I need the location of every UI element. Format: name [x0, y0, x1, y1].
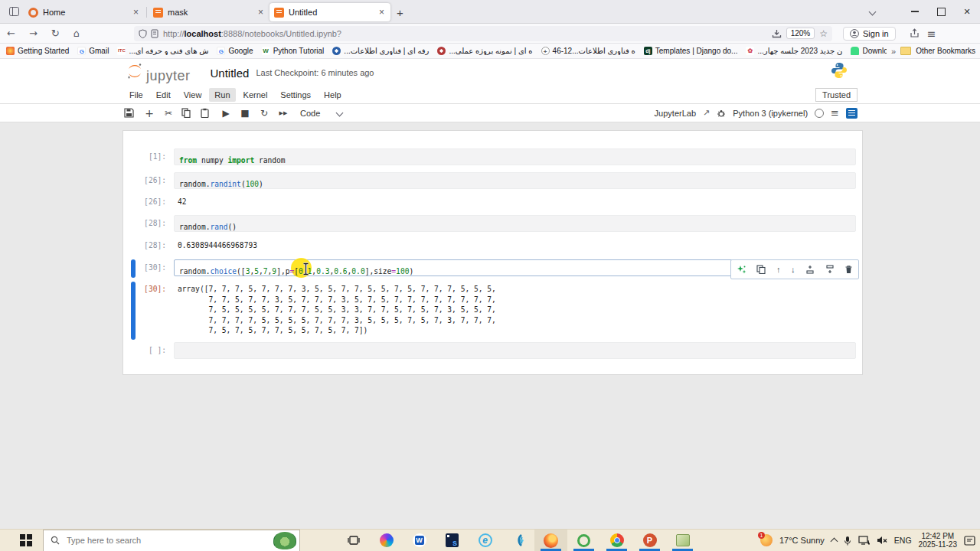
code-editor[interactable]: random.rand() [174, 215, 856, 232]
other-bookmarks-button[interactable]: Other Bookmarks [916, 47, 975, 55]
home-button[interactable]: ⌂ [67, 28, 87, 39]
input-prompt: [28]: [123, 215, 174, 232]
taskbar-icon-task-view[interactable] [337, 530, 370, 551]
taskbar-icon-powerpoint[interactable]: P [633, 530, 666, 551]
menu-run[interactable]: Run [209, 88, 235, 102]
search-input[interactable] [65, 535, 244, 546]
bookmark-item[interactable]: WPython Tutorial [262, 47, 325, 55]
bookmark-item[interactable]: ...ه ای | نمونه پروژه عملی [437, 47, 532, 55]
forward-button[interactable]: → [22, 28, 44, 39]
microphone-icon[interactable] [844, 536, 851, 546]
close-button[interactable]: ✕ [954, 0, 980, 23]
language-indicator[interactable]: ENG [894, 536, 912, 545]
address-bar[interactable]: http://localhost:8888/notebooks/Untitled… [134, 26, 832, 41]
taskbar-icon-shareit[interactable] [501, 530, 534, 551]
restart-kernel-button[interactable]: ↻ [258, 108, 270, 119]
move-cell-down-icon[interactable]: ↓ [791, 265, 795, 274]
taskbar-icon-notes[interactable] [666, 530, 699, 551]
notification-center-icon[interactable] [964, 536, 975, 546]
notebook-title[interactable]: Untitled [211, 67, 250, 80]
tab-close-icon[interactable]: × [377, 7, 386, 18]
bookmark-item[interactable]: Getting Started [6, 47, 69, 55]
restore-button[interactable] [928, 0, 954, 23]
code-editor[interactable]: from numpy import random [174, 148, 856, 165]
share-import-icon[interactable] [910, 28, 920, 38]
menu-settings[interactable]: Settings [275, 88, 316, 102]
bookmark-item[interactable]: ITC...ش های فنی و حرفه ای [117, 47, 208, 55]
sign-in-button[interactable]: Sign in [843, 27, 896, 41]
taskbar-icon-firefox[interactable] [534, 530, 567, 551]
trusted-button[interactable]: Trusted [815, 88, 858, 102]
bookmark-item[interactable]: Download Android St... [851, 47, 887, 55]
kernel-status-icon[interactable] [815, 109, 824, 118]
jupyterlab-link[interactable]: JupyterLab [655, 109, 696, 118]
kernel-name[interactable]: Python 3 (ipykernel) [733, 109, 808, 118]
run-cell-button[interactable]: ▶ [220, 108, 232, 119]
bookmark-item[interactable]: +46-12...ه فناوری اطلاعات [541, 47, 635, 55]
network-display-icon[interactable] [858, 536, 870, 545]
menu-kernel[interactable]: Kernel [238, 88, 273, 102]
menu-file[interactable]: File [124, 88, 149, 102]
bookmark-item[interactable]: GGmail [77, 47, 109, 55]
move-cell-up-icon[interactable]: ↑ [776, 265, 781, 274]
code-editor[interactable]: random.randint(100) [174, 172, 856, 189]
volume-muted-icon[interactable] [877, 536, 887, 545]
tab-close-icon[interactable]: × [132, 7, 140, 18]
cut-cells-button[interactable]: ✂ [162, 108, 175, 119]
reload-button[interactable]: ↻ [44, 28, 67, 39]
save-button[interactable] [124, 108, 136, 118]
weather-text[interactable]: 17°C Sunny [779, 536, 825, 545]
taskbar-icon-word[interactable]: W [403, 530, 436, 551]
notebook-panel-icon[interactable] [846, 108, 858, 119]
menu-edit[interactable]: Edit [151, 88, 176, 102]
paste-cells-button[interactable] [201, 108, 213, 118]
taskbar-search[interactable] [43, 530, 300, 551]
start-button[interactable] [20, 534, 32, 546]
insert-cell-below-icon[interactable] [825, 265, 835, 274]
restart-run-all-button[interactable]: ▶▶ [277, 110, 289, 116]
ai-sparkles-icon[interactable] [737, 265, 746, 274]
tab-mask[interactable]: mask × [149, 3, 270, 21]
bookmark-item[interactable]: ...رفه ای | فناوری اطلاعات [332, 47, 429, 55]
debugger-bug-icon[interactable] [717, 109, 726, 118]
taskbar-icon-internet-explorer[interactable]: e [469, 530, 501, 551]
back-button[interactable]: ← [0, 28, 22, 39]
copy-cells-button[interactable] [181, 108, 194, 118]
menu-view[interactable]: View [178, 88, 207, 102]
jupyter-header: jupyter Untitled Last Checkpoint: 6 minu… [0, 59, 980, 86]
bookmark-item[interactable]: ✿...ن جدید 2023 جلسه چهار [746, 47, 842, 55]
view-menu-icon[interactable]: ≡ [831, 107, 839, 119]
delete-cell-icon[interactable] [844, 265, 853, 274]
tab-home[interactable]: Home × [24, 3, 145, 21]
insert-cell-button[interactable]: + [143, 107, 155, 119]
taskbar-icon-copilot[interactable] [370, 530, 403, 551]
taskbar-icon-chrome[interactable] [600, 530, 633, 551]
menu-hamburger-icon[interactable]: ≡ [920, 28, 944, 40]
minimize-button[interactable] [902, 0, 928, 23]
taskbar-icon-camtasia[interactable] [567, 530, 600, 551]
bookmark-item[interactable]: GGoogle [217, 47, 253, 55]
duplicate-cell-icon[interactable] [756, 265, 766, 274]
taskbar-icon-s-note[interactable]: s [436, 530, 469, 551]
jupyter-logo[interactable]: jupyter [126, 62, 191, 84]
taskbar-clock[interactable]: 12:42 PM2025-11-23 [919, 532, 957, 549]
new-tab-button[interactable]: + [390, 6, 410, 19]
bookmarks-overflow-button[interactable]: » [891, 47, 896, 56]
firefox-view-button[interactable] [4, 3, 24, 20]
code-editor[interactable] [174, 342, 856, 359]
insert-cell-above-icon[interactable] [805, 265, 815, 274]
list-all-tabs-button[interactable] [859, 0, 885, 23]
bookmark-star-icon[interactable]: ☆ [819, 28, 828, 39]
menu-help[interactable]: Help [318, 88, 347, 102]
zoom-level-indicator[interactable]: 120% [786, 28, 815, 39]
tab-untitled-active[interactable]: Untitled × [270, 3, 390, 21]
bookmark-item[interactable]: djTemplates | Django do... [644, 47, 738, 55]
download-icon[interactable] [772, 29, 782, 38]
cell-type-dropdown[interactable]: Code [300, 109, 342, 118]
cell-output: [30]: array([7, 7, 7, 5, 7, 7, 7, 3, 5, … [123, 281, 862, 336]
weather-icon[interactable] [760, 534, 773, 546]
output-prompt: [28]: [123, 237, 174, 251]
tab-close-icon[interactable]: × [256, 7, 265, 18]
interrupt-kernel-button[interactable]: ■ [239, 108, 251, 119]
tray-expand-icon[interactable] [830, 538, 838, 546]
